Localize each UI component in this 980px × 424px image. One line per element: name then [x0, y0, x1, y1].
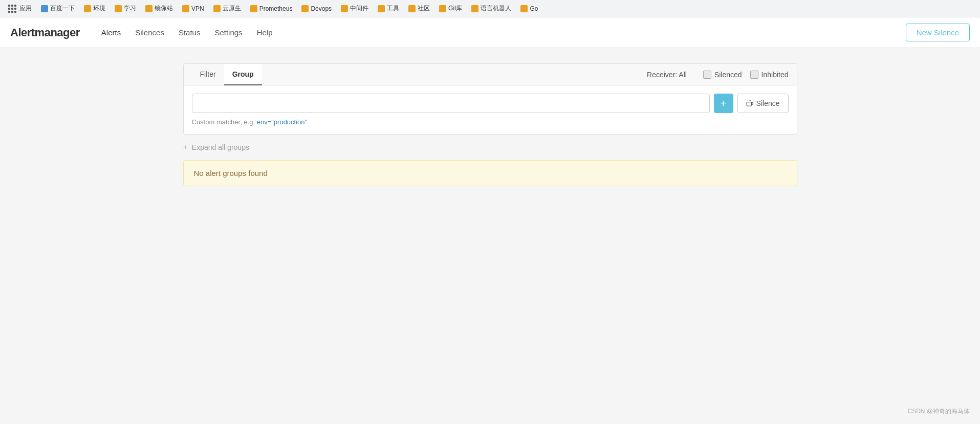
bookmark-langbot-label: 语言机器人 [481, 4, 511, 13]
bookmark-vpn-icon [182, 5, 189, 12]
bookmark-learn-label: 学习 [124, 4, 136, 13]
filter-tabs: Filter Group [192, 64, 262, 85]
bookmark-devops-label: Devops [311, 5, 332, 12]
silenced-toggle[interactable]: Silenced [703, 71, 742, 79]
bookmark-community-label: 社区 [418, 4, 430, 13]
bookmark-langbot[interactable]: 语言机器人 [468, 3, 514, 14]
bookmark-git[interactable]: Git库 [436, 3, 465, 14]
bookmark-baidu-icon [41, 5, 48, 12]
bookmark-tools[interactable]: 工具 [375, 3, 402, 14]
bookmark-baidu-label: 百度一下 [50, 4, 75, 13]
nav-link-status[interactable]: Status [172, 25, 207, 40]
bookmark-cloud-icon [213, 5, 221, 12]
bookmark-apps-label: 应用 [19, 4, 32, 13]
nav-link-settings[interactable]: Settings [208, 25, 248, 40]
bookmark-learn-icon [115, 5, 122, 12]
no-alerts-box: No alert groups found [183, 160, 797, 186]
filter-card: Filter Group Receiver: All Silenced Inhi… [183, 63, 797, 135]
bookmark-prometheus-icon [250, 5, 257, 12]
bookmark-env-icon [84, 5, 91, 12]
tab-group[interactable]: Group [224, 64, 262, 85]
hint-prefix: Custom matcher, e.g. [192, 118, 255, 126]
bookmark-vpn-label: VPN [191, 5, 204, 12]
bookmark-community-icon [408, 5, 416, 12]
bookmark-langbot-icon [471, 5, 478, 12]
silence-button[interactable]: Silence [737, 94, 789, 113]
bookmark-devops[interactable]: Devops [298, 4, 335, 13]
bookmark-git-label: Git库 [448, 4, 462, 13]
silence-btn-label: Silence [756, 99, 780, 107]
hint-example[interactable]: env="production" [257, 118, 308, 126]
tabs-and-controls-row: Filter Group Receiver: All Silenced Inhi… [184, 64, 797, 85]
bookmark-mirror[interactable]: 镜像站 [142, 3, 176, 14]
apps-icon [7, 4, 17, 14]
silence-icon [746, 100, 753, 107]
expand-plus-icon: + [183, 143, 188, 152]
nav-links: Alerts Silences Status Settings Help [95, 25, 279, 40]
content-area: Filter Group Receiver: All Silenced Inhi… [173, 63, 808, 186]
bookmark-middleware-label: 中间件 [350, 4, 368, 13]
bookmark-mirror-icon [145, 5, 153, 12]
bookmark-cloud-label: 云原生 [223, 4, 241, 13]
bookmark-tools-label: 工具 [387, 4, 399, 13]
silenced-checkbox[interactable] [703, 71, 711, 79]
bookmark-learn[interactable]: 学习 [112, 3, 139, 14]
bookmark-git-icon [439, 5, 446, 12]
inhibited-label: Inhibited [761, 71, 789, 79]
search-input[interactable] [192, 94, 710, 113]
bookmark-go-label: Go [530, 5, 538, 12]
bookmark-tools-icon [378, 5, 385, 12]
hint-text: Custom matcher, e.g. env="production" [192, 118, 789, 126]
nav-brand: Alertmanager [10, 26, 80, 39]
nav-link-help[interactable]: Help [251, 25, 279, 40]
bookmark-prometheus[interactable]: Prometheus [247, 4, 296, 13]
nav-link-alerts[interactable]: Alerts [95, 25, 127, 40]
bookmark-env[interactable]: 环境 [81, 3, 108, 14]
inhibited-checkbox[interactable] [750, 71, 758, 79]
search-row: + Silence [192, 94, 789, 113]
bookmark-middleware[interactable]: 中间件 [338, 3, 372, 14]
bookmark-cloud[interactable]: 云原生 [210, 3, 244, 14]
bookmark-community[interactable]: 社区 [405, 3, 433, 14]
filter-body: + Silence Custom matcher, e.g. env="prod… [184, 85, 797, 134]
receiver-label: Receiver: All [647, 71, 687, 79]
expand-label: Expand all groups [192, 143, 249, 151]
add-matcher-button[interactable]: + [714, 94, 733, 113]
bookmark-apps[interactable]: 应用 [4, 3, 35, 15]
bookmark-go-icon [520, 5, 528, 12]
bookmark-devops-icon [301, 5, 309, 12]
bookmarks-bar: 应用 百度一下 环境 学习 镜像站 VPN 云原生 Prometheus Dev… [0, 0, 980, 17]
bookmark-prometheus-label: Prometheus [259, 5, 293, 12]
bookmark-go[interactable]: Go [517, 4, 541, 13]
expand-all-groups[interactable]: + Expand all groups [183, 135, 797, 160]
bookmark-vpn[interactable]: VPN [179, 4, 207, 13]
new-silence-button[interactable]: New Silence [906, 24, 970, 41]
inhibited-toggle[interactable]: Inhibited [750, 71, 789, 79]
bookmark-env-label: 环境 [93, 4, 105, 13]
tab-filter[interactable]: Filter [192, 64, 224, 85]
bookmark-mirror-label: 镜像站 [155, 4, 173, 13]
main-nav: Alertmanager Alerts Silences Status Sett… [0, 17, 980, 48]
bookmark-baidu[interactable]: 百度一下 [38, 3, 78, 14]
bookmark-middleware-icon [341, 5, 348, 12]
filter-controls: Receiver: All Silenced Inhibited [647, 66, 788, 83]
silenced-label: Silenced [714, 71, 742, 79]
no-alerts-message: No alert groups found [194, 169, 268, 177]
nav-link-silences[interactable]: Silences [129, 25, 170, 40]
